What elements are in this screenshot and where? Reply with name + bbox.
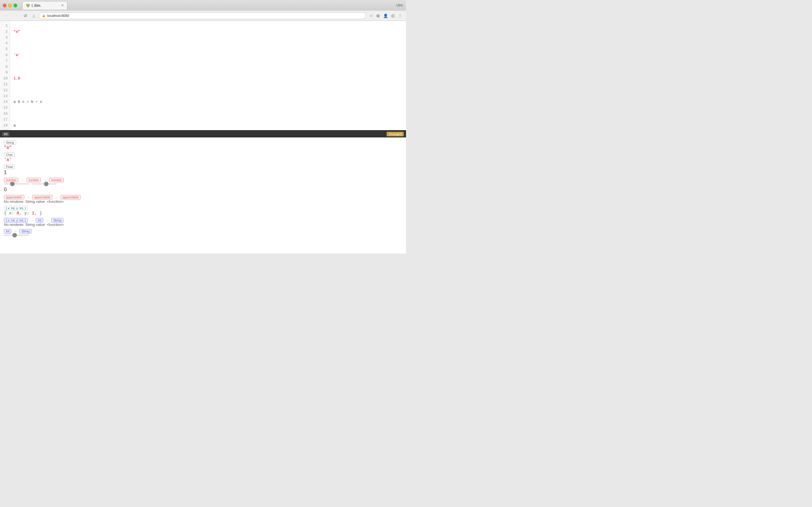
char-literal: 'a' xyxy=(13,53,20,57)
string-literal: "a" xyxy=(13,30,20,34)
type-badge-record: { x: Int, y: Int, } xyxy=(4,206,28,210)
number-literal: 1.0 xyxy=(13,76,20,80)
result-char: Char 'a' xyxy=(4,152,402,162)
code-editor[interactable]: 12345 678910 1112131415 1617181920 21222… xyxy=(0,21,406,130)
back-button[interactable]: ← xyxy=(3,12,10,19)
slider-3[interactable] xyxy=(4,235,29,236)
maximize-button[interactable] xyxy=(13,4,17,7)
code-line: 1.0 xyxy=(13,76,403,82)
result-record: { x: Int, y: Int, } { x: 0, y: 1, } xyxy=(4,206,402,216)
bookmark-icon[interactable]: ☆ xyxy=(368,12,374,19)
no-renderer-1: No renderer. String value: <function> xyxy=(4,200,402,204)
arrow3: → xyxy=(27,195,29,200)
user-label: Ulric xyxy=(396,3,403,7)
no-renderer-2: No renderer. String value: <function> xyxy=(4,223,402,227)
slider-1[interactable] xyxy=(4,183,29,184)
close-button[interactable] xyxy=(3,4,6,7)
result-value-number: 0 xyxy=(4,187,402,193)
code-panel: 12345 678910 1112131415 1617181920 21222… xyxy=(0,21,406,131)
code-line: 'a' xyxy=(13,52,403,58)
slider-row xyxy=(4,183,402,184)
type-tag-appendable2: appendable xyxy=(32,195,52,200)
type-tag-int: Int xyxy=(36,218,43,223)
code-line xyxy=(13,88,403,94)
results-panel[interactable]: String "a" Char 'a' Float 1 number → num… xyxy=(0,137,406,253)
url-text: localhost:8080 xyxy=(47,14,363,18)
arrow4: → xyxy=(56,195,57,200)
cast-icon[interactable]: ⊡ xyxy=(390,12,396,19)
result-value-float: 1 xyxy=(4,170,402,175)
code-line: "a" xyxy=(13,29,403,35)
line-numbers: 12345 678910 1112131415 1617181920 21222… xyxy=(0,21,10,130)
type-badge-string: String xyxy=(4,140,16,145)
home-button[interactable]: ⌂ xyxy=(31,12,37,19)
tab-bar: I, Elm. ✕ xyxy=(22,1,67,10)
type-tag-string: String xyxy=(51,218,63,223)
code-line xyxy=(13,41,403,47)
browser-content: 12345 678910 1112131415 1617181920 21222… xyxy=(0,21,406,253)
type-badge-float: Float xyxy=(4,165,15,169)
code-line: a b c = b + c xyxy=(13,99,403,105)
code-line: a xyxy=(13,123,403,129)
arrow6: → xyxy=(46,219,48,223)
forward-button[interactable]: → xyxy=(12,12,20,19)
title-bar: I, Elm. ✕ Ulric xyxy=(0,0,406,11)
type-tag-appendable1: appendable xyxy=(4,195,24,200)
lock-icon: 🔒 xyxy=(42,14,45,17)
tab-title: I, Elm. xyxy=(32,4,41,8)
type-tag-record-func: { x: Int, y: Int, } xyxy=(4,218,28,223)
type-badge-char: Char xyxy=(4,152,15,157)
type-tag-appendable3: appendable xyxy=(61,195,81,200)
status-id: #0 xyxy=(2,132,9,136)
result-foo-func: { x: Int, y: Int, } → Int → String No re… xyxy=(4,218,402,227)
slider-2[interactable] xyxy=(32,183,57,184)
menu-icon[interactable]: ⋮ xyxy=(397,12,403,19)
arrow5: → xyxy=(31,219,33,223)
result-string: String "a" xyxy=(4,140,402,150)
code-content[interactable]: "a" 'a' 1.0 a b c = b + c a (\x y -> x +… xyxy=(10,21,406,130)
slider-row-2 xyxy=(4,235,402,236)
extensions-icon[interactable]: ⊞ xyxy=(375,12,381,19)
tab-favicon xyxy=(26,4,30,8)
result-int-string: Int → String xyxy=(4,229,402,236)
result-value-string: "a" xyxy=(4,145,402,150)
refresh-button[interactable]: ↺ xyxy=(22,12,29,19)
active-tab[interactable]: I, Elm. ✕ xyxy=(22,1,67,10)
address-bar[interactable]: 🔒 localhost:8080 xyxy=(39,12,366,19)
code-line xyxy=(13,64,403,70)
result-value-record: { x: 0, y: 1, } xyxy=(4,211,402,216)
status-bar: #0 Changed xyxy=(0,131,406,137)
code-line xyxy=(13,111,403,117)
result-value-char: 'a' xyxy=(4,158,402,162)
minimize-button[interactable] xyxy=(8,4,12,7)
changed-badge: Changed xyxy=(387,132,404,136)
nav-actions: ☆ ⊞ 👤 ⊡ ⋮ xyxy=(368,12,403,19)
result-float: Float 1 xyxy=(4,165,402,175)
result-appendable: appendable → appendable → appendable No … xyxy=(4,195,402,204)
traffic-lights xyxy=(3,4,17,7)
tab-close-button[interactable]: ✕ xyxy=(61,4,64,7)
result-number-func: number → number → number 0 xyxy=(4,178,402,193)
nav-bar: ← → ↺ ⌂ 🔒 localhost:8080 ☆ ⊞ 👤 ⊡ ⋮ xyxy=(0,11,406,21)
profile-icon[interactable]: 👤 xyxy=(382,12,389,19)
